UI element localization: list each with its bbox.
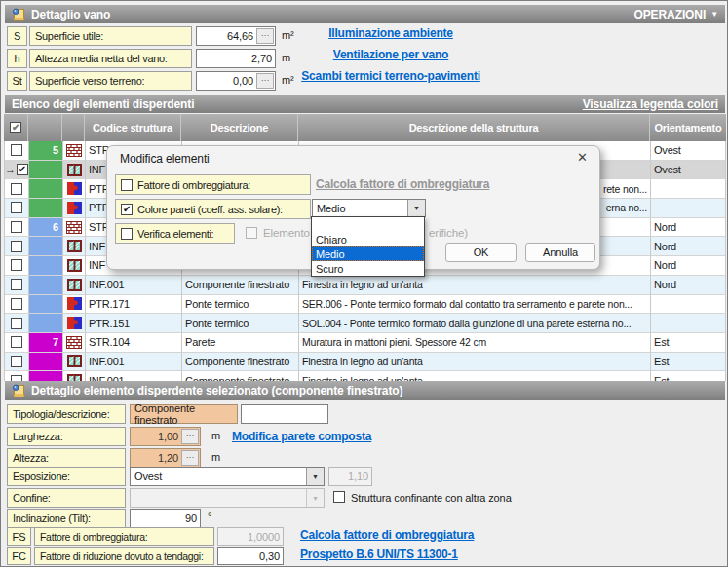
tipologia-extra-input[interactable] — [241, 404, 328, 424]
field-prefix: h — [7, 49, 27, 68]
row-checkbox[interactable] — [11, 241, 22, 252]
section-title: Elenco degli elementi disperdenti — [12, 97, 194, 111]
element-type-icon — [63, 276, 86, 295]
vano-link[interactable]: Scambi termici terreno-pavimenti — [272, 69, 510, 83]
row-checkbox[interactable] — [11, 279, 22, 290]
row-checkbox[interactable] — [11, 298, 22, 310]
table-row[interactable]: INF.001Componente finestratoFinestra in … — [4, 353, 726, 372]
select-all-checkbox[interactable]: ✔ — [10, 122, 21, 133]
fattore-ombreggiatura-checkbox[interactable] — [121, 179, 133, 191]
row-checkbox[interactable] — [11, 144, 22, 156]
vano-link[interactable]: Illuminazione ambiente — [272, 26, 510, 40]
row-checkbox[interactable] — [11, 318, 22, 329]
esposizione-factor: 1,10 — [328, 467, 372, 486]
table-row[interactable]: PTR.171Ponte termicoSER.006 - Ponte term… — [4, 295, 726, 315]
header-descrizione[interactable]: Descrizione — [181, 114, 298, 141]
altezza-label: Altezza: — [7, 448, 126, 468]
larghezza-field[interactable]: 1,00 ··· — [130, 427, 201, 446]
window-icon — [67, 259, 82, 272]
field-value: 2,70 — [197, 53, 275, 64]
confine-combo: ▼ — [130, 488, 325, 508]
header-orientamento[interactable]: Orientamento — [650, 114, 726, 141]
esposizione-combo[interactable]: Ovest ▼ — [130, 467, 325, 486]
row-checkbox[interactable] — [11, 183, 22, 195]
header-descrizione-struttura[interactable]: Descrizione della struttura — [298, 114, 650, 141]
descrizione-struttura-cell: SOL.004 - Ponte termico formato dalla gi… — [299, 314, 651, 333]
row-checkbox[interactable] — [11, 259, 22, 271]
ok-button[interactable]: OK — [445, 243, 517, 262]
zone-color-cell — [29, 179, 63, 199]
close-icon[interactable]: ✕ — [577, 150, 588, 165]
descrizione-struttura-cell: SER.006 - Ponte termico formato dal cont… — [299, 295, 651, 315]
chevron-down-icon: ▼ — [710, 10, 718, 19]
vano-value-field[interactable]: 64,66··· — [196, 26, 276, 46]
current-row-arrow-icon: → — [5, 164, 16, 175]
descrizione-cell: Componente finestrato — [182, 371, 299, 381]
row-checkbox[interactable] — [11, 221, 22, 233]
larghezza-unit: m — [211, 430, 220, 441]
zone-color-cell: 5 — [29, 141, 63, 161]
row-check-cell — [5, 199, 29, 218]
colore-pareti-combo[interactable]: Medio ▼ — [312, 199, 426, 217]
dialog-title: Modifica elementi — [120, 152, 210, 166]
zone-color-cell — [29, 199, 63, 218]
table-row[interactable]: PTR.151Ponte termicoSOL.004 - Ponte term… — [4, 314, 726, 333]
fc-prefix: FC — [7, 547, 31, 565]
inclinazione-input[interactable]: 90 — [130, 509, 201, 528]
row-checkbox[interactable]: ✔ — [17, 164, 28, 175]
note-icon — [12, 8, 25, 21]
table-row[interactable]: INF.001Componente finestratoFinestra in … — [4, 371, 726, 381]
row-checkbox[interactable] — [11, 356, 22, 367]
field-label: Superficie utile: — [29, 26, 192, 46]
note-icon — [12, 384, 25, 397]
row-checkbox[interactable] — [11, 202, 22, 213]
chevron-down-icon[interactable]: ▼ — [306, 468, 324, 485]
cancel-button[interactable]: Annulla — [525, 243, 595, 262]
vano-value-field[interactable]: 0,00··· — [196, 71, 276, 91]
window-icon — [67, 355, 82, 367]
dropdown-option[interactable]: Medio — [312, 246, 424, 261]
row-checkbox[interactable] — [11, 336, 22, 348]
orientamento-cell: Nord — [651, 218, 726, 238]
row-check-cell — [5, 353, 29, 372]
descrizione-cell: Ponte termico — [182, 314, 299, 333]
row-checkbox[interactable] — [11, 375, 22, 381]
orientamento-cell: Ovest — [651, 141, 726, 161]
vano-link[interactable]: Ventilazione per vano — [272, 48, 510, 61]
vano-value-field[interactable]: 2,70 — [196, 49, 276, 68]
altezza-field[interactable]: 1,20 ··· — [130, 448, 201, 468]
header-codice[interactable]: Codice struttura — [85, 114, 181, 141]
colore-pareti-checkbox[interactable]: ✔ — [121, 204, 133, 215]
legend-link[interactable]: Visualizza legenda colori — [583, 97, 718, 111]
operations-menu[interactable]: OPERAZIONI ▼ — [633, 8, 718, 21]
prospetto-link[interactable]: Prospetto B.6 UNI/TS 11300-1 — [300, 548, 458, 561]
orientamento-cell: Est — [651, 371, 726, 381]
table-header: ✔ Codice struttura Descrizione Descrizio… — [4, 114, 726, 141]
wall-icon — [66, 336, 82, 349]
table-row[interactable]: 7STR.104PareteMuratura in mattoni pieni.… — [4, 333, 726, 353]
dropdown-option[interactable]: Chiaro — [312, 232, 424, 246]
fc-input[interactable]: 0,30 — [217, 547, 284, 565]
chevron-down-icon[interactable]: ▼ — [407, 200, 425, 216]
page-title: Dettaglio vano — [31, 8, 110, 21]
table-row[interactable]: INF.001Componente finestratoFinestra in … — [4, 276, 726, 295]
more-button[interactable]: ··· — [181, 450, 199, 466]
element-type-icon — [63, 333, 86, 353]
row-check-cell — [5, 371, 29, 381]
detail-bar: Dettaglio elemento disperdente seleziona… — [5, 381, 725, 400]
codice-cell: INF.001 — [86, 276, 182, 295]
zone-color-cell — [29, 371, 63, 381]
dropdown-option[interactable] — [312, 217, 424, 232]
struttura-confinante-checkbox[interactable] — [333, 491, 345, 503]
dropdown-option[interactable]: Scuro — [312, 261, 424, 276]
verifica-elementi-checkbox[interactable] — [121, 228, 133, 240]
codice-cell: PTR.171 — [86, 295, 182, 315]
header-color-cell — [28, 114, 62, 141]
calcola-ombreggiatura-link[interactable]: Calcola fattore di ombreggiatura — [300, 528, 474, 542]
descrizione-struttura-cell: Finestra in legno ad un'anta — [299, 276, 651, 295]
row-check-cell: →✔ — [5, 161, 29, 180]
descrizione-cell: Ponte termico — [182, 295, 299, 315]
struttura-confinante-label: Struttura confinante con altra zona — [351, 492, 512, 504]
modifica-parete-link[interactable]: Modifica parete composta — [232, 430, 371, 443]
more-button[interactable]: ··· — [181, 429, 199, 444]
